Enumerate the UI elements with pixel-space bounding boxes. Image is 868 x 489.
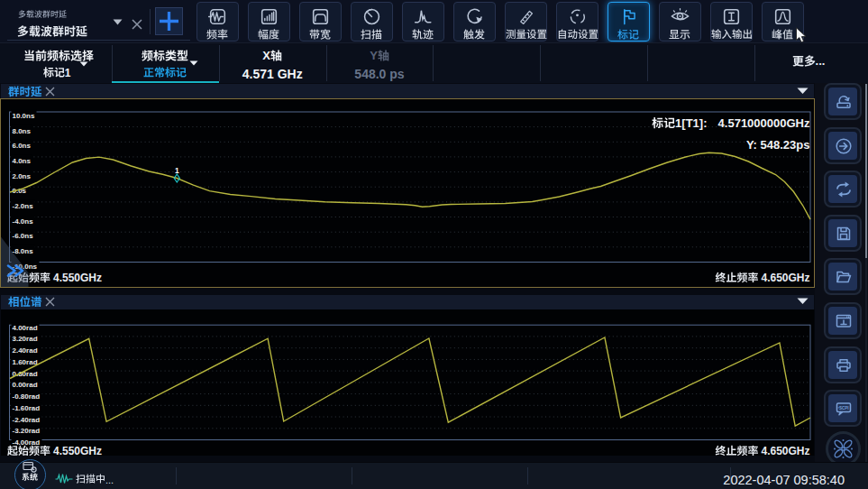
svg-text:10.0ns: 10.0ns xyxy=(12,112,34,120)
svg-text:4.650GHz: 4.650GHz xyxy=(761,272,809,284)
svg-text:-2.40rad: -2.40rad xyxy=(12,415,40,423)
svg-text:3.20rad: 3.20rad xyxy=(12,335,37,343)
svg-text:4.550GHz: 4.550GHz xyxy=(53,445,102,457)
svg-text:-4.00rad: -4.00rad xyxy=(12,438,40,447)
svg-text:-0.80rad: -0.80rad xyxy=(12,392,40,401)
svg-text:8.0ns: 8.0ns xyxy=(12,126,31,134)
svg-text:SCPI: SCPI xyxy=(839,406,849,411)
svg-text:4.550GHz: 4.550GHz xyxy=(53,272,102,284)
svg-text:1.60rad: 1.60rad xyxy=(12,357,37,365)
svg-text:Y: 548.23ps: Y: 548.23ps xyxy=(745,138,809,152)
svg-text:-4.0ns: -4.0ns xyxy=(12,217,33,225)
svg-text:4.650GHz: 4.650GHz xyxy=(761,445,809,457)
svg-text:4.0ns: 4.0ns xyxy=(12,156,31,164)
svg-text:1: 1 xyxy=(174,165,178,174)
svg-text:2.0ns: 2.0ns xyxy=(12,171,31,180)
svg-text:6.0ns: 6.0ns xyxy=(12,142,31,150)
svg-text:1[T1]:: 1[T1]: xyxy=(675,116,707,130)
svg-text:-3.20rad: -3.20rad xyxy=(12,427,40,435)
svg-text:0.00rad: 0.00rad xyxy=(12,381,37,389)
svg-text:4.00rad: 4.00rad xyxy=(12,323,37,331)
svg-text:-8.0ns: -8.0ns xyxy=(12,246,33,254)
svg-text:2.40rad: 2.40rad xyxy=(12,346,37,355)
svg-text:-1.60rad: -1.60rad xyxy=(12,403,40,411)
svg-text:4.571000000GHz: 4.571000000GHz xyxy=(717,116,809,130)
svg-text:-2.0ns: -2.0ns xyxy=(12,201,33,209)
svg-text:-6.0ns: -6.0ns xyxy=(12,232,33,240)
